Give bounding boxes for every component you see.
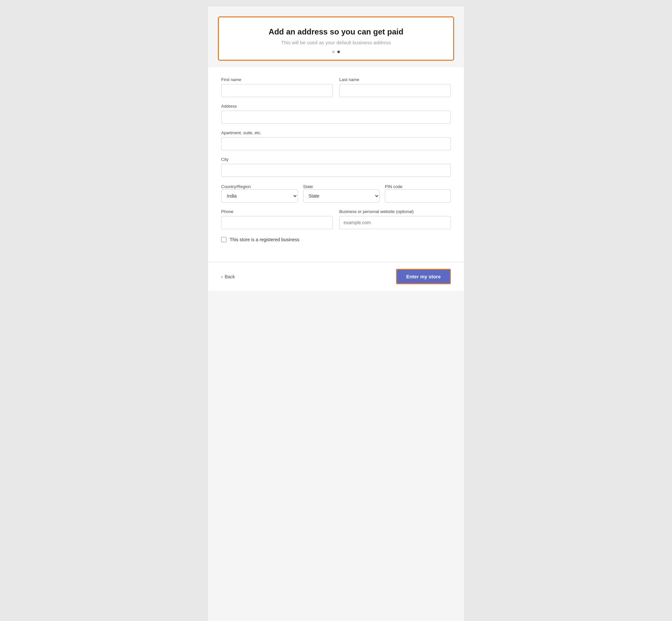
registered-business-label: This store is a registered business xyxy=(230,237,299,242)
step-dot-2 xyxy=(337,50,340,53)
page-subtitle: This will be used as your default busine… xyxy=(232,40,440,45)
apartment-input[interactable] xyxy=(221,137,451,150)
last-name-label: Last name xyxy=(339,77,451,82)
header-card: Add an address so you can get paid This … xyxy=(218,16,454,61)
country-select[interactable]: India xyxy=(221,190,298,203)
first-name-input[interactable] xyxy=(221,84,333,97)
step-dots xyxy=(232,50,440,53)
first-name-label: First name xyxy=(221,77,333,82)
last-name-input[interactable] xyxy=(339,84,451,97)
state-label: State xyxy=(303,184,313,189)
phone-input[interactable] xyxy=(221,216,333,229)
address-input[interactable] xyxy=(221,111,451,124)
registered-business-checkbox[interactable] xyxy=(221,237,226,242)
address-form: First name Last name Address Apartment, … xyxy=(208,67,464,262)
country-label: Country/Region xyxy=(221,184,251,189)
website-label: Business or personal website (optional) xyxy=(339,209,451,214)
back-button[interactable]: ‹ Back xyxy=(221,274,235,279)
apartment-label: Apartment, suite, etc. xyxy=(221,130,451,135)
pin-input[interactable] xyxy=(385,190,451,203)
state-select[interactable]: State xyxy=(303,190,380,203)
page-title: Add an address so you can get paid xyxy=(232,27,440,36)
phone-label: Phone xyxy=(221,209,333,214)
city-input[interactable] xyxy=(221,164,451,177)
step-dot-1 xyxy=(332,50,335,53)
back-chevron-icon: ‹ xyxy=(221,274,223,279)
enter-store-button[interactable]: Enter my store xyxy=(396,269,451,284)
back-label: Back xyxy=(225,274,235,279)
address-label: Address xyxy=(221,104,451,109)
pin-label: PIN code xyxy=(385,184,402,189)
footer-bar: ‹ Back Enter my store xyxy=(208,262,464,291)
city-label: City xyxy=(221,157,451,162)
website-input[interactable] xyxy=(339,216,451,229)
